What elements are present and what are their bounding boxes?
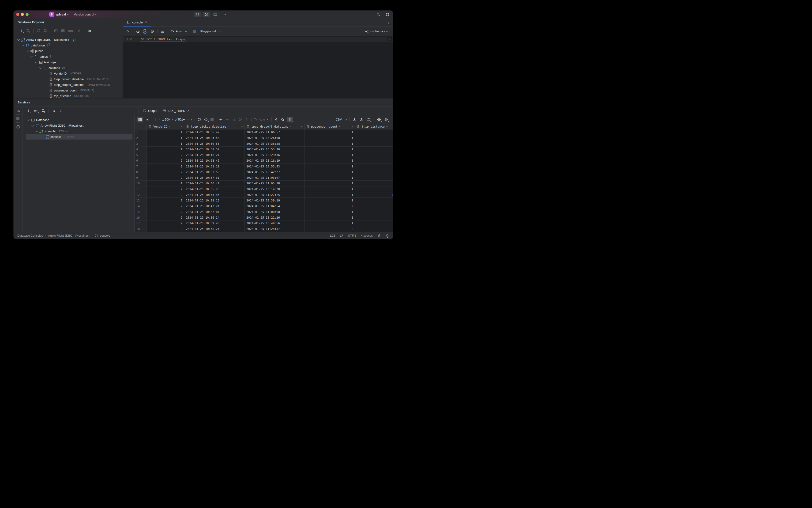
table-row[interactable]: 1012024-01-25 10:40:412024-01-25 11:05:1… [135, 181, 393, 186]
table-row[interactable]: 522024-01-25 10:10:242024-01-25 10:23:36… [135, 152, 393, 158]
table-row[interactable]: 1122024-01-25 10:05:232024-01-25 10:14:3… [135, 186, 393, 192]
view-options-button[interactable] [377, 118, 381, 122]
version-control-menu[interactable]: Version control [74, 13, 94, 16]
tree-row-arrow-flight-jdbc-localhost[interactable]: Arrow Flight JDBC - @localhost1 [13, 37, 123, 42]
project-files-button[interactable] [212, 12, 219, 17]
table-row[interactable]: 922024-01-25 10:57:312024-01-25 11:03:07… [135, 175, 393, 181]
table-cell[interactable]: 2 [147, 164, 184, 169]
console-settings-button[interactable] [150, 29, 154, 33]
tree-row-tpep-pickup-datetime[interactable]: tpep_pickup_datetimeTIMESTAMP(26,6) [13, 76, 123, 82]
column-header-tpep_dropoff_datetime[interactable]: tpep_dropoff_datetime▽⇅ [245, 124, 305, 129]
tree-row-public[interactable]: public [13, 48, 123, 54]
chevron-down-icon[interactable] [36, 130, 38, 132]
schema-selector[interactable]: <schema> [365, 30, 393, 33]
table-cell[interactable]: 2024-01-25 10:55:43 [245, 164, 305, 169]
table-cell[interactable]: 2 [147, 186, 184, 192]
table-row[interactable]: 1422024-01-25 10:47:212024-01-25 11:04:5… [135, 203, 393, 209]
minimize-window-button[interactable] [21, 13, 24, 16]
table-row[interactable]: 622024-01-25 10:58:452024-01-25 11:16:19… [135, 158, 393, 164]
column-header-passenger_count[interactable]: passenger_count▽⇅ [305, 124, 355, 129]
chevron-down-icon[interactable] [35, 61, 38, 63]
collapse-all-button[interactable] [59, 109, 63, 113]
database-tool-button[interactable] [194, 12, 201, 17]
table-row[interactable]: 1822024-01-25 10:58:212024-01-25 11:23:5… [135, 226, 393, 232]
sql-editor[interactable]: 1 ✓ SELECT * FROM taxi_trips; ✓ [123, 36, 393, 98]
page-range-selector[interactable]: 1-500 [162, 118, 172, 121]
pin-tab-button[interactable] [274, 118, 278, 122]
table-cell[interactable]: 2.46 [355, 209, 393, 215]
breadcrumb-item[interactable]: Database Consoles [17, 234, 43, 237]
tree-row-tpep-dropoff-datetime[interactable]: tpep_dropoff_datetimeTIMESTAMP(26,6) [13, 82, 123, 87]
filter-icon[interactable]: ▽ [228, 125, 229, 128]
tx-mode-selector[interactable]: Tx: Auto [171, 30, 182, 33]
table-cell[interactable]: 2.9 [355, 129, 393, 135]
table-cell[interactable]: 1 [305, 129, 355, 135]
table-row[interactable]: 1722024-01-25 10:39:402024-01-25 10:49:5… [135, 220, 393, 226]
table-cell[interactable]: 1 [305, 141, 355, 146]
chevron-down-icon[interactable] [17, 38, 20, 41]
table-cell[interactable]: 2024-01-25 10:35:28 [245, 141, 305, 146]
next-page-button[interactable]: › [187, 118, 188, 121]
table-cell[interactable]: 0.4 [355, 135, 393, 140]
view-data-button[interactable] [61, 29, 65, 33]
table-cell[interactable]: 2 [305, 226, 355, 231]
commit-button[interactable] [238, 118, 242, 122]
table-row[interactable]: 1522024-01-25 10:37:042024-01-25 11:00:0… [135, 209, 393, 215]
tab-output[interactable]: Output [140, 107, 160, 115]
table-cell[interactable]: 2 [147, 158, 184, 163]
table-cell[interactable]: 2 [147, 198, 184, 203]
table-cell[interactable]: 2024-01-25 10:53:20 [245, 146, 305, 152]
column-header-tpep_pickup_datetime[interactable]: tpep_pickup_datetime▽⇅ [184, 124, 245, 129]
table-cell[interactable]: 0.98 [355, 215, 393, 220]
breadcrumb-item[interactable]: console [100, 234, 110, 237]
table-row[interactable]: 112024-01-25 10:36:472024-01-25 11:06:57… [135, 129, 393, 135]
chevron-down-icon[interactable] [31, 55, 33, 58]
add-service-button[interactable] [27, 109, 31, 113]
table-row[interactable]: 822024-01-25 10:03:502024-01-25 10:42:27… [135, 169, 393, 175]
table-cell[interactable]: 2024-01-25 11:27:25 [245, 192, 305, 198]
table-cell[interactable]: 2 [147, 169, 184, 175]
table-cell[interactable]: 2024-01-25 10:31:28 [184, 164, 245, 169]
table-row[interactable]: 212024-01-25 10:23:502024-01-25 10:26:08… [135, 135, 393, 141]
table-cell[interactable]: 1 [305, 146, 355, 152]
close-window-button[interactable] [16, 13, 19, 16]
import-export-button[interactable] [77, 29, 81, 33]
table-cell[interactable]: 2024-01-25 11:16:19 [245, 158, 305, 163]
filter-icon[interactable]: ▽ [290, 125, 291, 128]
add-row-button[interactable] [219, 118, 223, 122]
stop-button[interactable] [193, 30, 196, 33]
table-cell[interactable]: 2024-01-25 10:40:41 [184, 181, 245, 186]
table-cell[interactable]: 2024-01-25 10:39:19 [245, 198, 305, 203]
table-cell[interactable]: 1 [305, 175, 355, 180]
filter-icon[interactable]: ▽ [169, 125, 170, 128]
table-cell[interactable]: 2024-01-25 10:26:08 [245, 135, 305, 140]
table-cell[interactable]: 2 [147, 152, 184, 158]
table-row[interactable]: 412024-01-25 10:38:322024-01-25 10:53:20… [135, 146, 393, 152]
ddl-button[interactable]: DDL [68, 30, 74, 32]
table-cell[interactable]: 2 [147, 203, 184, 209]
tree-row-trip-distance[interactable]: trip_distanceDOUBLE(0) [13, 93, 123, 98]
table-cell[interactable]: 1.3 [355, 146, 393, 152]
table-row[interactable]: 1622024-01-25 10:06:242024-01-25 10:21:2… [135, 215, 393, 220]
table-cell[interactable]: 2024-01-25 10:58:45 [184, 158, 245, 163]
column-header-vendorid[interactable]: VendorID▽⇅ [147, 124, 184, 129]
table-row[interactable]: 722024-01-25 10:31:282024-01-25 10:55:43… [135, 164, 393, 169]
sort-icon[interactable]: ⇅ [241, 125, 243, 128]
table-cell[interactable]: 2 [147, 226, 184, 231]
table-cell[interactable]: 2024-01-25 11:03:07 [245, 175, 305, 180]
transpose-button[interactable] [367, 118, 371, 122]
run-configuration-button[interactable] [203, 12, 210, 17]
tree-row-database[interactable]: Database [22, 117, 134, 123]
table-cell[interactable]: 0.43 [355, 220, 393, 226]
run-query-button[interactable] [126, 29, 130, 33]
add-data-source-button[interactable] [19, 29, 23, 33]
upload-data-button[interactable] [360, 118, 364, 122]
indent-selector[interactable]: 4 spaces [361, 234, 373, 237]
revert-changes-button[interactable] [232, 118, 236, 122]
table-cell[interactable]: 2024-01-25 10:23:50 [184, 135, 245, 140]
table-cell[interactable]: 2024-01-25 10:36:47 [184, 129, 245, 135]
reload-page-button[interactable] [197, 118, 201, 122]
close-tab-icon[interactable]: ✕ [187, 109, 190, 113]
table-cell[interactable]: 1 [305, 135, 355, 140]
table-cell[interactable]: 1 [305, 164, 355, 169]
